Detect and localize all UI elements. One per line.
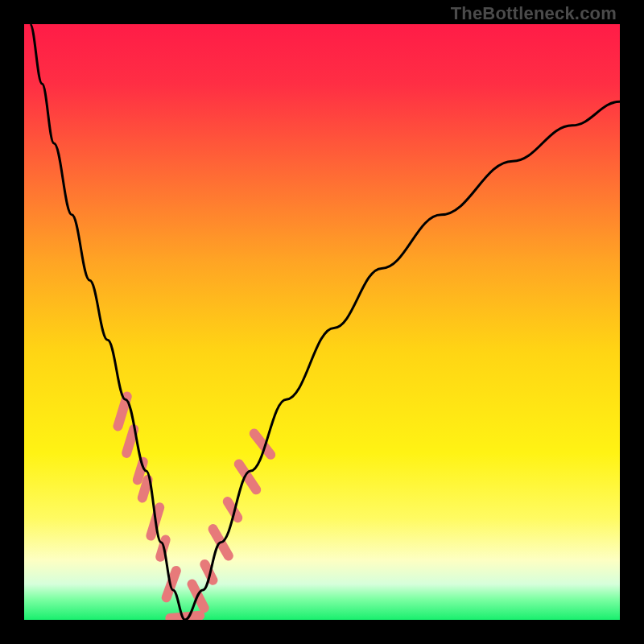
watermark-text: TheBottleneck.com <box>451 3 617 24</box>
chart-svg <box>24 24 620 620</box>
outer-frame: TheBottleneck.com <box>0 0 644 644</box>
marker <box>170 616 200 618</box>
marker <box>142 480 148 498</box>
gradient-background <box>24 24 620 620</box>
chart-area <box>24 24 620 620</box>
